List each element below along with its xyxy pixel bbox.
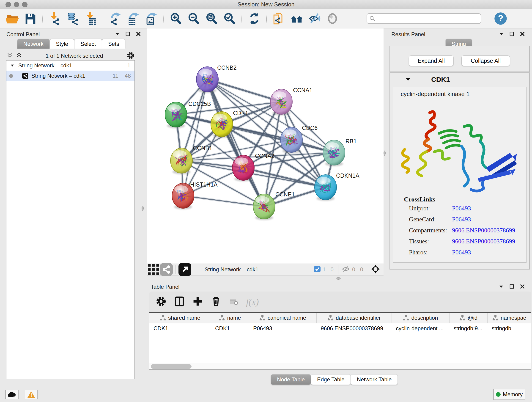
- import-network-button[interactable]: [46, 11, 64, 26]
- collapse-all-tree-icon[interactable]: [7, 52, 13, 60]
- zoom-fit-button[interactable]: [203, 11, 220, 26]
- network-canvas[interactable]: CCNB2 CCNA1 CDC25B CDK1 CDC6 RB1: [147, 28, 384, 264]
- table-h-scrollbar[interactable]: [149, 363, 531, 370]
- network-graph[interactable]: CCNB2 CCNA1 CDC25B CDK1 CDC6 RB1: [147, 28, 384, 264]
- node-CCNA1[interactable]: [270, 89, 292, 115]
- panel-close-icon[interactable]: [520, 284, 525, 290]
- gene-section-header[interactable]: CDK1: [390, 73, 529, 86]
- zoom-in-button[interactable]: [167, 11, 185, 26]
- cell-description[interactable]: cyclin-dependent ...: [392, 325, 450, 332]
- export-table-button[interactable]: [124, 11, 142, 26]
- network-row-selected[interactable]: String Network – cdk1 11 48: [6, 70, 134, 81]
- zoom-out-button[interactable]: [185, 11, 203, 26]
- crosslink-label: Compartments:: [409, 227, 452, 234]
- home-button[interactable]: [288, 11, 306, 26]
- search-input[interactable]: [375, 15, 474, 22]
- tab-edge-table[interactable]: Edge Table: [311, 374, 351, 385]
- cell-@id[interactable]: stringdb:9...: [450, 325, 488, 332]
- panel-collapse-icon[interactable]: [499, 284, 504, 290]
- network-options-gear-icon[interactable]: [127, 51, 134, 60]
- fit-content-crosshair-icon[interactable]: [371, 264, 380, 275]
- expand-all-button[interactable]: Expand All: [409, 56, 454, 66]
- network-collection-row[interactable]: String Network – cdk1 1: [6, 61, 134, 70]
- crosslink-link[interactable]: 9606.ENSP00000378699: [452, 227, 515, 234]
- birdseye-icon: [326, 12, 339, 25]
- tab-sets[interactable]: Sets: [102, 39, 125, 49]
- import-table-icon: [84, 12, 97, 25]
- node-CDKN1A[interactable]: [315, 175, 336, 201]
- help-button[interactable]: ?: [492, 11, 510, 26]
- export-network-button[interactable]: [106, 11, 124, 26]
- crosslink-link[interactable]: P06493: [452, 216, 471, 223]
- table-options-gear-icon[interactable]: [156, 296, 166, 307]
- refresh-button[interactable]: [245, 11, 263, 26]
- expand-all-tree-icon[interactable]: [16, 52, 22, 60]
- column-header-@id[interactable]: @id: [450, 313, 488, 323]
- column-header-name[interactable]: name: [211, 313, 249, 323]
- panel-float-icon[interactable]: [509, 31, 515, 38]
- search-box[interactable]: [367, 13, 481, 24]
- table-panel-title: Table Panel: [151, 284, 179, 290]
- cloud-status-button[interactable]: [5, 390, 19, 399]
- birdseye-button[interactable]: [323, 11, 341, 26]
- collapse-all-button[interactable]: Collapse All: [462, 56, 510, 66]
- column-header-database-identifier[interactable]: database identifier: [317, 313, 392, 323]
- node-CDC25B[interactable]: [165, 102, 187, 128]
- cell-namespac[interactable]: stringdb: [488, 325, 531, 332]
- table-panel: Table Panel f(x) shared namenamecanonica…: [148, 281, 532, 370]
- panel-collapse-icon[interactable]: [499, 31, 504, 38]
- column-header-canonical-name[interactable]: canonical name: [249, 313, 317, 323]
- table-row[interactable]: CDK1CDK1P064939606.ENSP00000378699cyclin…: [149, 323, 531, 333]
- tab-node-table[interactable]: Node Table: [271, 374, 311, 385]
- hide-graphics-button[interactable]: [306, 11, 323, 26]
- crosslink-link[interactable]: P06493: [452, 205, 471, 212]
- panel-close-icon[interactable]: [520, 31, 525, 38]
- selected-checkbox-icon[interactable]: [314, 266, 321, 274]
- memory-button[interactable]: Memory: [493, 389, 525, 400]
- left-splitter-handle[interactable]: [142, 206, 144, 211]
- grid-view-icon[interactable]: [147, 262, 160, 277]
- crosslink-row: Tissues: 9606.ENSP00000378699: [409, 238, 526, 245]
- panel-close-icon[interactable]: [136, 31, 141, 38]
- show-columns-icon[interactable]: [174, 296, 185, 307]
- column-attribute-icon: [492, 315, 498, 321]
- create-column-icon[interactable]: [192, 296, 203, 307]
- open-file-button[interactable]: [3, 11, 21, 26]
- crosslinks-title: CrossLinks: [404, 196, 526, 203]
- zoom-selected-button[interactable]: [220, 11, 238, 26]
- panel-collapse-icon[interactable]: [114, 31, 120, 38]
- cell-canonical-name[interactable]: P06493: [249, 325, 317, 332]
- panel-float-icon[interactable]: [509, 284, 515, 290]
- delete-table-icon[interactable]: [229, 297, 238, 307]
- tab-network-table[interactable]: Network Table: [351, 374, 398, 385]
- cell-shared-name[interactable]: CDK1: [149, 325, 211, 332]
- scrollbar-thumb[interactable]: [151, 364, 191, 369]
- save-session-button[interactable]: [21, 11, 39, 26]
- import-table-button[interactable]: [82, 11, 99, 26]
- results-node-section: CDK1 cyclin-dependent kinase 1 CrossLink…: [389, 72, 530, 269]
- tab-network[interactable]: Network: [17, 39, 50, 49]
- delete-column-icon[interactable]: [211, 296, 221, 307]
- hidden-items-icon[interactable]: [341, 265, 350, 274]
- column-header-namespac[interactable]: namespac: [488, 313, 531, 323]
- cell-name[interactable]: CDK1: [211, 325, 249, 332]
- import-database-button[interactable]: [64, 11, 82, 26]
- cell-database-identifier[interactable]: 9606.ENSP00000378699: [317, 325, 392, 332]
- node-CCNE1[interactable]: [253, 194, 275, 220]
- column-attribute-icon: [403, 315, 409, 321]
- column-header-shared-name[interactable]: shared name: [149, 313, 211, 323]
- birdseye-toggle-icon[interactable]: [160, 262, 173, 277]
- node-RB1[interactable]: [323, 140, 345, 166]
- clipboard-network-button[interactable]: [270, 11, 288, 26]
- bottom-splitter-handle[interactable]: [336, 277, 341, 280]
- tab-style[interactable]: Style: [50, 39, 74, 49]
- export-image-button[interactable]: [142, 11, 160, 26]
- tab-select[interactable]: Select: [74, 39, 102, 49]
- open-in-new-window-icon[interactable]: [178, 262, 191, 277]
- column-header-description[interactable]: description: [392, 313, 450, 323]
- crosslink-link[interactable]: P06493: [452, 249, 471, 256]
- right-splitter-handle[interactable]: [384, 151, 386, 156]
- warning-button[interactable]: [25, 390, 38, 399]
- crosslink-link[interactable]: 9606.ENSP00000378699: [452, 238, 515, 245]
- panel-float-icon[interactable]: [125, 31, 131, 38]
